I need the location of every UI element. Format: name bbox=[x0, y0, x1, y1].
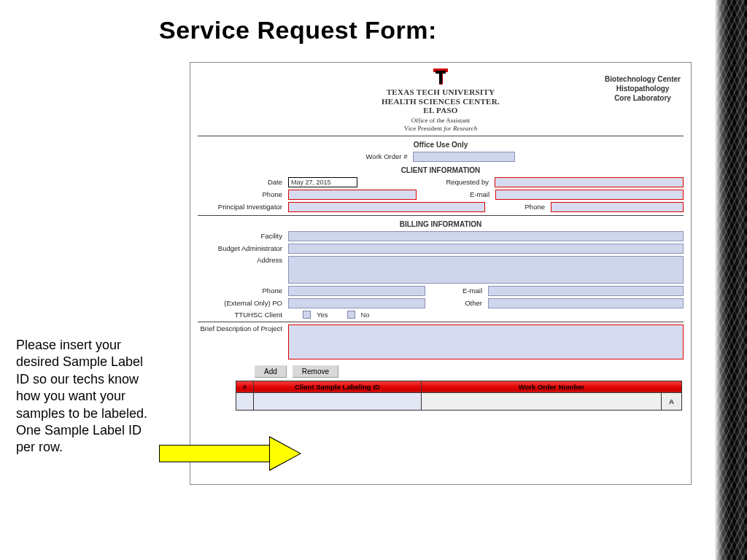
bill-phone-field[interactable] bbox=[288, 286, 425, 296]
pi-field[interactable] bbox=[288, 202, 485, 212]
address-field[interactable] bbox=[288, 256, 684, 284]
department-box: Biotechnology Center Histopathology Core… bbox=[605, 74, 681, 103]
phone-field[interactable] bbox=[288, 190, 417, 200]
budget-admin-field[interactable] bbox=[288, 244, 684, 254]
phone-label: Phone bbox=[198, 190, 285, 198]
slide: Service Request Form: TEXAS TECH UNIVERS… bbox=[0, 0, 715, 560]
table-buttons: Add Remove bbox=[255, 365, 684, 378]
cell-num[interactable] bbox=[236, 392, 254, 410]
work-order-row: Work Order # bbox=[198, 152, 684, 162]
pi-label: Principal Investigator bbox=[198, 203, 285, 211]
date-label: Date bbox=[198, 178, 285, 186]
remove-button[interactable]: Remove bbox=[293, 365, 338, 378]
col-num: # bbox=[236, 381, 254, 392]
pi-phone-label: Phone bbox=[488, 203, 548, 211]
other-field[interactable] bbox=[488, 298, 684, 308]
bill-email-label: E-mail bbox=[428, 287, 485, 295]
bill-phone-label: Phone bbox=[198, 287, 285, 295]
cell-work-order[interactable] bbox=[422, 392, 662, 410]
project-label: Brief Description of Project bbox=[198, 324, 285, 332]
facility-field[interactable] bbox=[288, 231, 684, 241]
divider bbox=[198, 322, 684, 322]
email-field[interactable] bbox=[495, 190, 684, 200]
slide-title: Service Request Form: bbox=[159, 16, 437, 44]
ext-po-field[interactable] bbox=[288, 298, 425, 308]
project-textarea[interactable] bbox=[288, 324, 684, 359]
no-checkbox[interactable] bbox=[347, 311, 355, 319]
facility-label: Facility bbox=[198, 232, 285, 240]
form-header: TEXAS TECH UNIVERSITY HEALTH SCIENCES CE… bbox=[198, 69, 684, 133]
sample-table: # Client Sample Labeling ID Work Order N… bbox=[236, 381, 682, 411]
form-page: TEXAS TECH UNIVERSITY HEALTH SCIENCES CE… bbox=[190, 62, 692, 485]
table-row: A bbox=[236, 392, 682, 410]
arrow-icon bbox=[159, 436, 311, 471]
date-field[interactable]: May 27, 2015 bbox=[288, 177, 357, 187]
office-use-heading: Office Use Only bbox=[198, 141, 684, 149]
requested-by-field[interactable] bbox=[495, 177, 684, 187]
divider bbox=[198, 136, 684, 136]
email-label: E-mail bbox=[433, 190, 492, 198]
work-order-field[interactable] bbox=[413, 152, 515, 162]
yes-label: Yes bbox=[317, 311, 328, 319]
ttu-logo-icon bbox=[433, 69, 448, 86]
add-button[interactable]: Add bbox=[255, 365, 287, 378]
office-subtitle: Office of the Assistant Vice President f… bbox=[198, 117, 684, 133]
col-wo: Work Order Number bbox=[422, 381, 682, 392]
other-label: Other bbox=[428, 299, 485, 307]
cell-a: A bbox=[662, 392, 682, 410]
client-heading: CLIENT INFORMATION bbox=[198, 166, 684, 174]
col-sample: Client Sample Labeling ID bbox=[254, 381, 422, 392]
divider bbox=[198, 215, 684, 216]
ext-po-label: (External Only) PO bbox=[198, 299, 285, 307]
instruction-note: Please insert your desired Sample Label … bbox=[16, 337, 159, 456]
pi-phone-field[interactable] bbox=[551, 202, 684, 212]
requested-by-label: Requested by bbox=[432, 178, 492, 186]
work-order-label: Work Order # bbox=[366, 152, 411, 160]
no-label: No bbox=[361, 311, 370, 319]
bill-email-field[interactable] bbox=[488, 286, 684, 296]
yes-checkbox[interactable] bbox=[303, 311, 311, 319]
cell-sample-id[interactable] bbox=[254, 392, 422, 410]
budget-admin-label: Budget Administrator bbox=[198, 244, 285, 252]
address-label: Address bbox=[198, 256, 285, 264]
ttuhsc-client-label: TTUHSC Client bbox=[198, 311, 285, 319]
table-header-row: # Client Sample Labeling ID Work Order N… bbox=[236, 381, 682, 392]
decorative-strip bbox=[715, 0, 747, 560]
billing-heading: BILLING INFORMATION bbox=[198, 220, 684, 228]
